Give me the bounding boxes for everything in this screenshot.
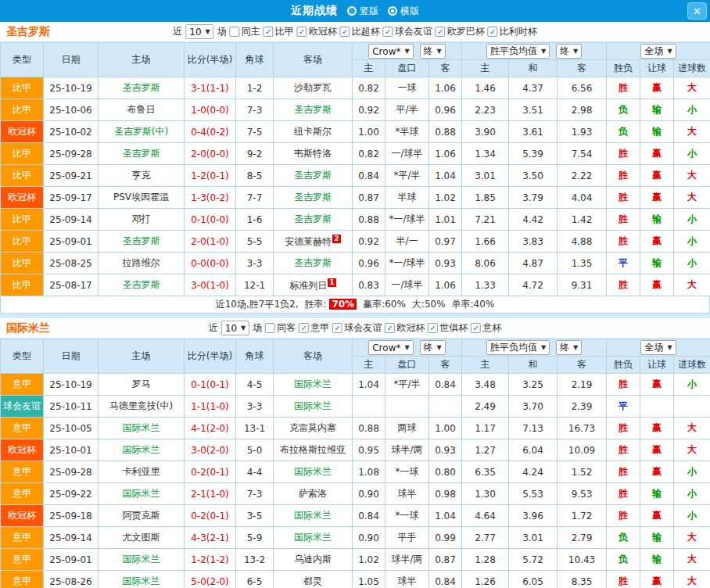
league-filter-意甲[interactable]: ✓意甲 xyxy=(299,321,329,335)
league-type-cell: 意甲 xyxy=(1,483,44,505)
col-odds-away: 客 xyxy=(429,357,462,374)
handicap-result-cell xyxy=(640,396,674,418)
avg-odds-select[interactable]: 胜平负均值▼ xyxy=(486,340,550,355)
league-filter-比超杯[interactable]: ✓比超杯 xyxy=(340,25,380,38)
score-cell: 2-0(0-0) xyxy=(185,143,236,165)
league-filter-比利时杯[interactable]: ✓比利时杯 xyxy=(488,25,537,38)
match-count-select[interactable]: 10▼ xyxy=(185,24,213,39)
odds-home-cell: 1.08 xyxy=(353,461,385,483)
same-venue-filter[interactable]: 同客 xyxy=(265,321,296,335)
home-team-cell: 圣吉罗斯 xyxy=(99,143,185,165)
away-team-cell: 国际米兰 xyxy=(274,505,353,527)
corner-cell: 3-5 xyxy=(236,505,274,527)
odds-final-select[interactable]: 终▼ xyxy=(420,44,446,59)
team-name-text: 布拉格斯拉维亚 xyxy=(280,444,346,455)
chevron-down-icon: ▼ xyxy=(206,28,210,35)
odds-home-cell: 0.88 xyxy=(353,209,385,231)
score-cell: 1-0(0-0) xyxy=(185,99,236,121)
match-row: 意甲25-09-14尤文图斯4-3(2-1)5-9国际米兰0.90平手0.992… xyxy=(1,527,710,549)
league-filter-球会友谊[interactable]: ✓球会友谊 xyxy=(383,25,432,38)
odds-home-cell: 0.87 xyxy=(353,187,385,209)
league-type-cell: 欧冠杯 xyxy=(1,505,44,527)
close-button[interactable]: ✕ xyxy=(687,2,707,20)
score-cell: 5-0(2-0) xyxy=(185,571,236,588)
match-count-select[interactable]: 10▼ xyxy=(221,321,249,335)
handicap-cell: *一球 xyxy=(385,505,429,527)
avg-final-select[interactable]: 终▼ xyxy=(556,340,582,355)
layout-radio-horizontal[interactable]: 横版 xyxy=(388,5,419,18)
col-avg-home: 主 xyxy=(462,357,509,374)
home-team-cell: 国际米兰 xyxy=(99,483,185,505)
away-team-cell: 圣吉罗斯 xyxy=(274,99,353,121)
checkbox-icon: ✓ xyxy=(332,323,342,333)
league-type-cell: 意甲 xyxy=(1,461,44,483)
wdl-result-cell: 平 xyxy=(607,396,640,418)
away-team-cell: 韦斯特洛 xyxy=(274,143,353,165)
league-type-cell: 欧冠杯 xyxy=(1,121,44,143)
handicap-cell: 球半 xyxy=(385,483,429,505)
corner-cell: 9-2 xyxy=(236,143,274,165)
odds-final-select[interactable]: 终▼ xyxy=(420,340,446,355)
league-filter-意杯[interactable]: ✓意杯 xyxy=(471,321,501,335)
wdl-result-cell: 胜 xyxy=(607,77,640,99)
league-filter-球会友谊[interactable]: ✓球会友谊 xyxy=(332,321,382,335)
avg-group-header: 胜平负均值▼ 终▼ xyxy=(462,339,607,357)
chevron-down-icon: ▼ xyxy=(437,344,442,351)
match-date-cell: 25-09-22 xyxy=(44,483,99,505)
scope-select[interactable]: 全场▼ xyxy=(640,340,676,355)
close-icon: ✕ xyxy=(693,5,701,17)
wdl-result-cell: 胜 xyxy=(607,274,640,296)
team-name-text: 罗马 xyxy=(132,378,151,389)
avg-home-cell: 3.01 xyxy=(462,165,509,187)
handicap-result-cell: 输 xyxy=(640,253,674,274)
league-filter-欧冠杯[interactable]: ✓欧冠杯 xyxy=(385,321,425,335)
chevron-down-icon: ▼ xyxy=(404,344,409,351)
team-name-text: 圣吉罗斯 xyxy=(123,148,160,159)
handicap-result-cell: 赢 xyxy=(640,165,674,187)
avg-final-select[interactable]: 终▼ xyxy=(556,44,582,59)
col-avg-draw: 和 xyxy=(509,357,558,374)
avg-away-cell: 16.73 xyxy=(558,418,607,439)
home-team-cell: 国际米兰 xyxy=(99,549,185,571)
chevron-down-icon: ▼ xyxy=(573,344,578,351)
handicap-result-cell: 赢 xyxy=(640,571,674,588)
league-filter-欧冠杯[interactable]: ✓欧冠杯 xyxy=(297,25,337,38)
scope-select[interactable]: 全场▼ xyxy=(640,44,676,59)
odds-away-cell: 0.84 xyxy=(429,571,462,588)
avg-draw-cell: 3.51 xyxy=(509,99,558,121)
goals-result-cell: 大 xyxy=(674,418,710,439)
team-name-text: 马德里竞技(中) xyxy=(109,400,173,411)
odds-company-select[interactable]: Crow*▼ xyxy=(368,44,413,59)
page-title: 近期战绩 xyxy=(291,4,338,18)
corner-cell: 7-3 xyxy=(236,99,274,121)
same-venue-filter[interactable]: 同主 xyxy=(230,25,260,38)
avg-away-cell: 4.04 xyxy=(558,187,607,209)
avg-home-cell: 8.06 xyxy=(462,253,509,274)
avg-away-cell: 7.54 xyxy=(558,143,607,165)
league-filter-欧罗巴杯[interactable]: ✓欧罗巴杯 xyxy=(436,25,485,38)
handicap-cell: 一/球半 xyxy=(385,274,429,296)
goals-result-cell: 小 xyxy=(674,209,710,231)
goals-result-cell: 大 xyxy=(674,121,710,143)
odds-company-select[interactable]: Crow*▼ xyxy=(368,340,413,355)
league-filter-世俱杯[interactable]: ✓世俱杯 xyxy=(428,321,468,335)
chevron-down-icon: ▼ xyxy=(667,344,672,351)
avg-group-header: 胜平负均值▼ 终▼ xyxy=(462,43,607,60)
avg-draw-cell: 5.72 xyxy=(509,549,558,571)
league-filter-label: 球会友谊 xyxy=(395,25,432,38)
col-score: 比分(半场) xyxy=(185,339,236,374)
handicap-result-cell: 输 xyxy=(640,527,674,549)
league-type-cell: 比甲 xyxy=(1,274,44,296)
avg-home-cell: 6.35 xyxy=(462,461,509,483)
goals-result-cell: 小 xyxy=(674,99,710,121)
avg-draw-cell: 3.79 xyxy=(509,187,558,209)
chevron-down-icon: ▼ xyxy=(437,48,442,55)
odds-home-cell: 0.88 xyxy=(353,418,385,439)
avg-draw-cell: 4.87 xyxy=(509,253,558,274)
avg-odds-select[interactable]: 胜平负均值▼ xyxy=(486,44,550,59)
titlebar: 近期战绩 竖版 横版 ✕ xyxy=(0,0,710,22)
league-filter-比甲[interactable]: ✓比甲 xyxy=(264,25,294,38)
league-type-cell: 比甲 xyxy=(1,209,44,231)
match-date-cell: 25-08-25 xyxy=(44,253,99,274)
layout-radio-vertical[interactable]: 竖版 xyxy=(347,5,378,18)
